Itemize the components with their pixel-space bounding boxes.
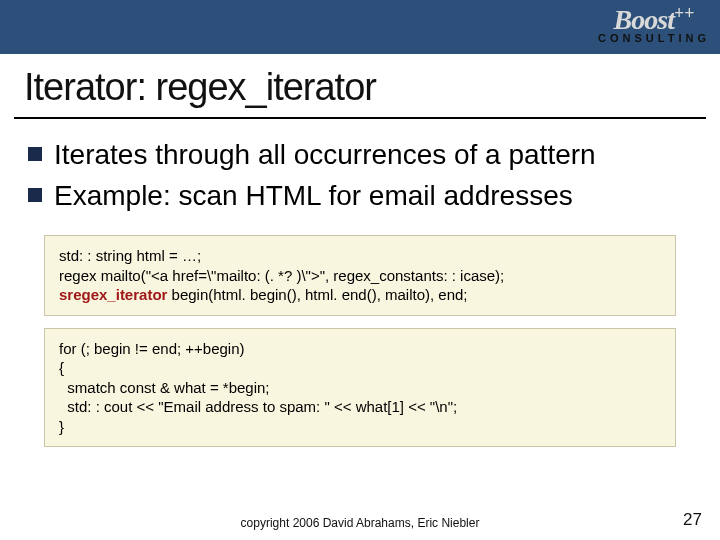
bullet-text: Iterates through all occurrences of a pa… — [54, 137, 596, 172]
copyright: copyright 2006 David Abrahams, Eric Nieb… — [0, 516, 720, 530]
page-number: 27 — [683, 510, 702, 530]
slide-title: Iterator: regex_iterator — [0, 54, 720, 117]
header-bar: Boost++ CONSULTING — [0, 0, 720, 54]
code-block-2: for (; begin != end; ++begin) { smatch c… — [44, 328, 676, 448]
logo: Boost++ CONSULTING — [598, 4, 710, 44]
logo-subtitle: CONSULTING — [598, 32, 710, 44]
title-rule — [14, 117, 706, 119]
list-item: Iterates through all occurrences of a pa… — [28, 137, 692, 172]
list-item: Example: scan HTML for email addresses — [28, 178, 692, 213]
code-block-1: std: : string html = …; regex mailto("<a… — [44, 235, 676, 316]
bullet-list: Iterates through all occurrences of a pa… — [0, 137, 720, 231]
bullet-icon — [28, 188, 42, 202]
bullet-icon — [28, 147, 42, 161]
bullet-text: Example: scan HTML for email addresses — [54, 178, 573, 213]
logo-main: Boost++ — [598, 4, 710, 34]
